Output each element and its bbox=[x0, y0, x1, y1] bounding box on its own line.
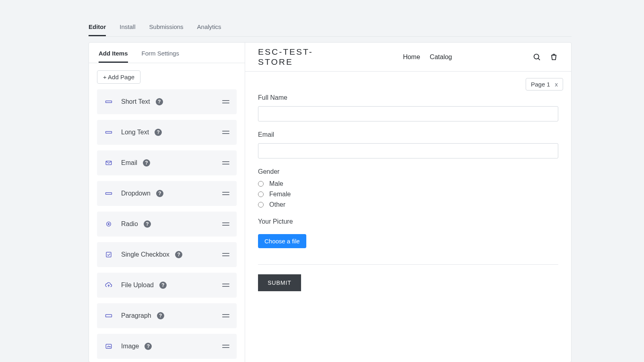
radio-label: Other bbox=[269, 201, 285, 208]
radio-input-other[interactable] bbox=[258, 202, 264, 208]
drag-handle-icon[interactable] bbox=[222, 131, 229, 134]
picture-label: Your Picture bbox=[258, 218, 558, 225]
item-dropdown[interactable]: Dropdown ? bbox=[97, 181, 237, 206]
svg-rect-6 bbox=[106, 252, 111, 257]
item-single-checkbox[interactable]: Single Checkbox ? bbox=[97, 242, 237, 267]
sidebar-tab-form-settings[interactable]: Form Settings bbox=[142, 50, 179, 63]
item-label: Single Checkbox bbox=[121, 251, 169, 258]
top-nav: Editor Install Submissions Analytics bbox=[89, 20, 572, 37]
preview-header: ESC-TEST-STORE Home Catalog bbox=[245, 43, 571, 72]
svg-point-9 bbox=[534, 54, 539, 59]
svg-point-5 bbox=[108, 223, 110, 225]
editor-panel: Add Items Form Settings + Add Page Short… bbox=[89, 42, 572, 362]
item-list: Short Text ? Long Text ? bbox=[97, 89, 237, 359]
checkbox-icon bbox=[104, 250, 113, 259]
drag-handle-icon[interactable] bbox=[222, 253, 229, 256]
radio-label: Female bbox=[269, 191, 291, 198]
help-icon[interactable]: ? bbox=[159, 282, 167, 289]
full-name-input[interactable] bbox=[258, 106, 558, 121]
item-label: Paragraph bbox=[121, 312, 151, 319]
drag-handle-icon[interactable] bbox=[222, 161, 229, 165]
field-picture: Your Picture Choose a file bbox=[258, 218, 558, 248]
drag-handle-icon[interactable] bbox=[222, 345, 229, 348]
page-chip-close-icon[interactable]: x bbox=[555, 81, 558, 88]
email-input[interactable] bbox=[258, 143, 558, 158]
svg-line-10 bbox=[538, 58, 540, 60]
form-preview: ESC-TEST-STORE Home Catalog Page 1 x bbox=[245, 43, 571, 362]
email-label: Email bbox=[258, 131, 558, 138]
store-title: ESC-TEST-STORE bbox=[258, 47, 314, 66]
item-label: Image bbox=[121, 343, 139, 350]
page-chip-label: Page 1 bbox=[531, 81, 550, 88]
drag-handle-icon[interactable] bbox=[222, 284, 229, 287]
item-label: Long Text bbox=[121, 129, 149, 136]
email-icon bbox=[104, 158, 113, 167]
tab-analytics[interactable]: Analytics bbox=[197, 23, 221, 36]
field-gender: Gender Male Female bbox=[258, 168, 558, 208]
svg-rect-3 bbox=[106, 193, 112, 195]
upload-icon bbox=[104, 281, 113, 290]
field-full-name: Full Name bbox=[258, 94, 558, 121]
item-label: File Upload bbox=[121, 282, 154, 289]
radio-icon bbox=[104, 220, 113, 228]
svg-rect-7 bbox=[106, 315, 112, 317]
tab-editor[interactable]: Editor bbox=[89, 23, 106, 36]
help-icon[interactable]: ? bbox=[156, 98, 163, 105]
divider bbox=[258, 264, 558, 265]
help-icon[interactable]: ? bbox=[155, 129, 162, 136]
drag-handle-icon[interactable] bbox=[222, 222, 229, 226]
item-email[interactable]: Email ? bbox=[97, 150, 237, 175]
svg-rect-1 bbox=[106, 132, 112, 134]
radio-input-female[interactable] bbox=[258, 191, 264, 197]
radio-option-other[interactable]: Other bbox=[258, 201, 558, 208]
sidebar: Add Items Form Settings + Add Page Short… bbox=[89, 43, 245, 362]
sidebar-tab-add-items[interactable]: Add Items bbox=[99, 50, 128, 63]
item-label: Short Text bbox=[121, 98, 150, 105]
drag-handle-icon[interactable] bbox=[222, 192, 229, 195]
radio-option-female[interactable]: Female bbox=[258, 191, 558, 198]
item-image[interactable]: Image ? bbox=[97, 334, 237, 359]
gender-label: Gender bbox=[258, 168, 558, 175]
item-file-upload[interactable]: File Upload ? bbox=[97, 273, 237, 298]
radio-input-male[interactable] bbox=[258, 181, 264, 187]
drag-handle-icon[interactable] bbox=[222, 100, 229, 103]
item-label: Email bbox=[121, 159, 137, 167]
search-icon[interactable] bbox=[533, 53, 541, 62]
short-text-icon bbox=[104, 97, 113, 106]
page-chip: Page 1 x bbox=[526, 78, 563, 90]
nav-link-home[interactable]: Home bbox=[403, 53, 420, 61]
help-icon[interactable]: ? bbox=[156, 190, 163, 197]
item-long-text[interactable]: Long Text ? bbox=[97, 120, 237, 145]
full-name-label: Full Name bbox=[258, 94, 558, 101]
preview-nav: Home Catalog bbox=[403, 53, 452, 61]
item-radio[interactable]: Radio ? bbox=[97, 212, 237, 237]
item-label: Radio bbox=[121, 220, 138, 228]
add-page-button[interactable]: + Add Page bbox=[97, 70, 140, 84]
radio-label: Male bbox=[269, 180, 283, 187]
help-icon[interactable]: ? bbox=[143, 159, 150, 167]
cart-icon[interactable] bbox=[549, 53, 558, 62]
sidebar-tabs: Add Items Form Settings bbox=[89, 43, 245, 63]
tab-install[interactable]: Install bbox=[120, 23, 135, 36]
drag-handle-icon[interactable] bbox=[222, 314, 229, 317]
choose-file-button[interactable]: Choose a file bbox=[258, 234, 306, 248]
paragraph-icon bbox=[104, 311, 113, 320]
long-text-icon bbox=[104, 128, 113, 137]
help-icon[interactable]: ? bbox=[144, 343, 152, 350]
help-icon[interactable]: ? bbox=[144, 220, 151, 228]
submit-button[interactable]: SUBMIT bbox=[258, 274, 301, 291]
radio-option-male[interactable]: Male bbox=[258, 180, 558, 187]
item-label: Dropdown bbox=[121, 190, 151, 197]
field-email: Email bbox=[258, 131, 558, 158]
item-paragraph[interactable]: Paragraph ? bbox=[97, 303, 237, 328]
item-short-text[interactable]: Short Text ? bbox=[97, 89, 237, 114]
tab-submissions[interactable]: Submissions bbox=[149, 23, 184, 36]
help-icon[interactable]: ? bbox=[175, 251, 182, 258]
help-icon[interactable]: ? bbox=[157, 312, 164, 319]
image-icon bbox=[104, 342, 113, 351]
svg-rect-0 bbox=[106, 101, 112, 103]
nav-link-catalog[interactable]: Catalog bbox=[430, 53, 452, 61]
dropdown-icon bbox=[104, 189, 113, 198]
